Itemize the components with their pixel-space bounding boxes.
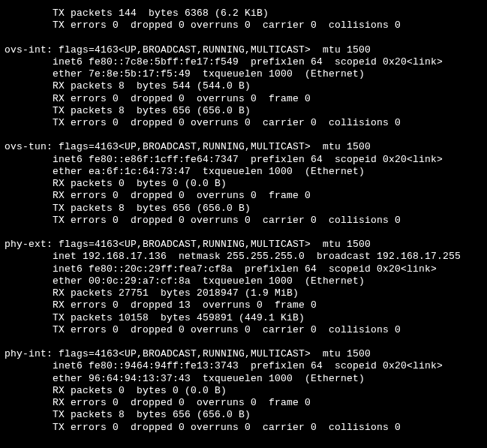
tx-packets-line: TX packets 144 bytes 6368 (6.2 KiB): [5, 8, 482, 20]
interface-detail-line-0: inet6 fe80::7c8e:5bff:fe17:f549 prefixle…: [5, 56, 482, 68]
interface-detail-line-2: ether 00:0c:29:a7:cf:8a txqueuelen 1000 …: [5, 275, 482, 287]
interface-header: phy-ext: flags=4163<UP,BROADCAST,RUNNING…: [5, 239, 482, 251]
interface-detail-line-0: inet6 fe80::9464:94ff:fe13:3743 prefixle…: [5, 360, 482, 372]
interface-detail-line-1: ether 96:64:94:13:37:43 txqueuelen 1000 …: [5, 373, 482, 385]
interface-detail-line-2: RX packets 0 bytes 0 (0.0 B): [5, 385, 482, 397]
interface-detail-line-2: RX packets 0 bytes 0 (0.0 B): [5, 178, 482, 190]
interface-ovs-tun: ovs-tun: flags=4163<UP,BROADCAST,RUNNING…: [5, 141, 482, 227]
interface-detail-line-1: ether ea:6f:1c:64:73:47 txqueuelen 1000 …: [5, 166, 482, 178]
interface-detail-line-6: TX errors 0 dropped 0 overruns 0 carrier…: [5, 324, 482, 336]
interface-detail-line-4: TX packets 8 bytes 656 (656.0 B): [5, 409, 482, 421]
interface-detail-line-3: RX errors 0 dropped 0 overruns 0 frame 0: [5, 190, 482, 202]
interface-detail-line-1: inet6 fe80::20c:29ff:fea7:cf8a prefixlen…: [5, 263, 482, 275]
interface-detail-line-0: inet6 fe80::e86f:1cff:fe64:7347 prefixle…: [5, 154, 482, 166]
interface-detail-line-5: TX errors 0 dropped 0 overruns 0 carrier…: [5, 117, 482, 129]
interface-header: phy-int: flags=4163<UP,BROADCAST,RUNNING…: [5, 348, 482, 360]
interface-detail-line-4: RX errors 0 dropped 13 overruns 0 frame …: [5, 299, 482, 311]
interface-ovs-int: ovs-int: flags=4163<UP,BROADCAST,RUNNING…: [5, 44, 482, 130]
interface-phy-int: phy-int: flags=4163<UP,BROADCAST,RUNNING…: [5, 348, 482, 434]
interface-detail-line-2: RX packets 8 bytes 544 (544.0 B): [5, 80, 482, 92]
interface-header: ovs-int: flags=4163<UP,BROADCAST,RUNNING…: [5, 44, 482, 56]
interface-detail-line-5: TX errors 0 dropped 0 overruns 0 carrier…: [5, 422, 482, 434]
interface-phy-ext: phy-ext: flags=4163<UP,BROADCAST,RUNNING…: [5, 239, 482, 336]
interface-header: ovs-tun: flags=4163<UP,BROADCAST,RUNNING…: [5, 141, 482, 153]
interface-detail-line-3: RX errors 0 dropped 0 overruns 0 frame 0: [5, 397, 482, 409]
leading-block: TX packets 144 bytes 6368 (6.2 KiB) TX e…: [5, 8, 482, 32]
tx-errors-line: TX errors 0 dropped 0 overruns 0 carrier…: [5, 20, 482, 32]
interface-detail-line-0: inet 192.168.17.136 netmask 255.255.255.…: [5, 251, 482, 263]
interface-detail-line-4: TX packets 8 bytes 656 (656.0 B): [5, 203, 482, 215]
interface-detail-line-1: ether 7e:8e:5b:17:f5:49 txqueuelen 1000 …: [5, 68, 482, 80]
terminal-output: TX packets 144 bytes 6368 (6.2 KiB) TX e…: [0, 0, 487, 434]
interface-detail-line-5: TX errors 0 dropped 0 overruns 0 carrier…: [5, 215, 482, 227]
interface-detail-line-4: TX packets 8 bytes 656 (656.0 B): [5, 105, 482, 117]
interface-detail-line-5: TX packets 10158 bytes 459891 (449.1 KiB…: [5, 312, 482, 324]
interface-detail-line-3: RX packets 27751 bytes 2018947 (1.9 MiB): [5, 287, 482, 299]
interface-detail-line-3: RX errors 0 dropped 0 overruns 0 frame 0: [5, 93, 482, 105]
